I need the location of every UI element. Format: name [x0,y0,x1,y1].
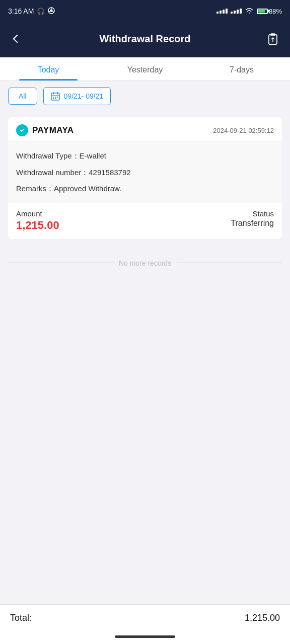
tab-today[interactable]: Today [0,57,97,80]
chrome-icon [48,7,55,16]
total-value: 1,215.00 [245,613,280,623]
filter-bar: All 09/21- 09/21 [0,81,290,111]
no-more-records: No more records [0,245,290,281]
no-more-text: No more records [119,259,171,267]
battery-percent: 88% [269,8,282,15]
status-right: 88% [216,7,282,16]
svg-point-1 [50,9,53,12]
withdrawal-record-card: PAYMAYA 2024-09-21 02:59:12 Withdrawal T… [8,117,282,239]
back-chevron-icon [13,35,22,43]
date-range-button[interactable]: 09/21- 09/21 [43,87,111,105]
status-value: Transferring [231,219,274,228]
home-bar [115,635,175,638]
amount-value: 1,215.00 [16,219,59,232]
tab-7days[interactable]: 7-days [193,57,290,80]
status-left: 3:16 AM 🎧 [8,7,55,16]
svg-rect-12 [53,97,54,98]
record-timestamp: 2024-09-21 02:59:12 [213,127,274,134]
home-indicator [0,631,290,644]
svg-rect-13 [55,97,56,98]
card-header: PAYMAYA 2024-09-21 02:59:12 [8,117,282,142]
status-section: Status Transferring [231,209,274,228]
amount-label: Amount [16,209,59,218]
battery-indicator: 88% [257,8,282,15]
no-more-line-right [177,263,282,263]
content-spacer [0,281,290,605]
status-label: Status [231,209,274,218]
tab-yesterday[interactable]: Yesterday [97,57,193,80]
card-details: Withdrawal Type：E-wallet Withdrawal numb… [8,142,282,203]
tab-bar: Today Yesterday 7-days [0,57,290,81]
wifi-icon [245,7,254,16]
svg-rect-14 [57,97,58,98]
clipboard-upload-icon [266,32,279,45]
clipboard-upload-button[interactable] [264,30,282,48]
paymaya-logo-icon [16,124,28,136]
total-label: Total: [10,613,32,623]
card-footer: Amount 1,215.00 Status Transferring [8,203,282,239]
svg-rect-15 [53,98,54,99]
svg-line-4 [49,11,50,12]
svg-line-3 [53,11,54,12]
no-more-line-left [8,263,113,263]
withdrawal-number-row: Withdrawal number：4291583792 [16,165,274,181]
page-title: Withdrawal Record [26,33,264,45]
signal-bars-1 [216,9,228,14]
amount-section: Amount 1,215.00 [16,209,59,232]
withdrawal-type-row: Withdrawal Type：E-wallet [16,148,274,165]
filter-all-button[interactable]: All [8,88,37,105]
status-bar: 3:16 AM 🎧 [0,0,290,22]
calendar-icon [51,92,60,101]
provider-brand: PAYMAYA [16,124,74,136]
remarks-row: Remarks：Approved Withdraw. [16,181,274,197]
headphone-icon: 🎧 [37,8,45,15]
signal-bars-2 [231,9,242,14]
footer-total: Total: 1,215.00 [0,604,290,631]
back-button[interactable] [8,30,26,48]
time-display: 3:16 AM [8,7,34,15]
header: Withdrawal Record [0,22,290,57]
svg-rect-16 [55,98,56,99]
provider-name: PAYMAYA [32,125,74,135]
